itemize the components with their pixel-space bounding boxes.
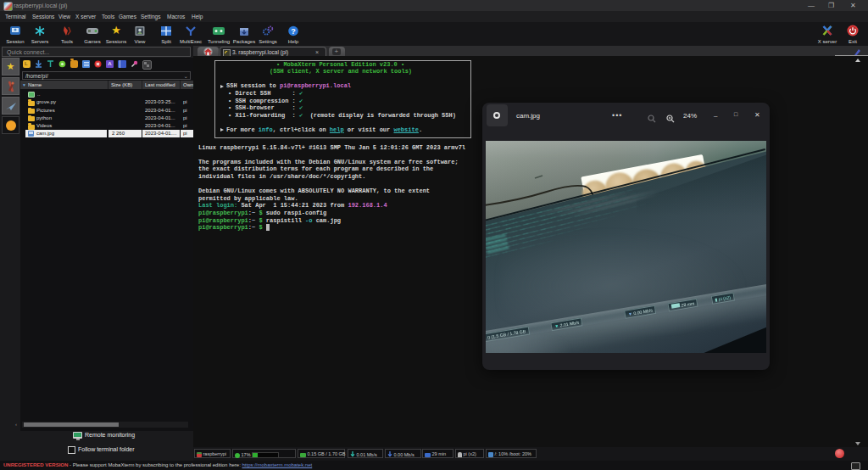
svg-text:?: ? xyxy=(291,27,296,36)
